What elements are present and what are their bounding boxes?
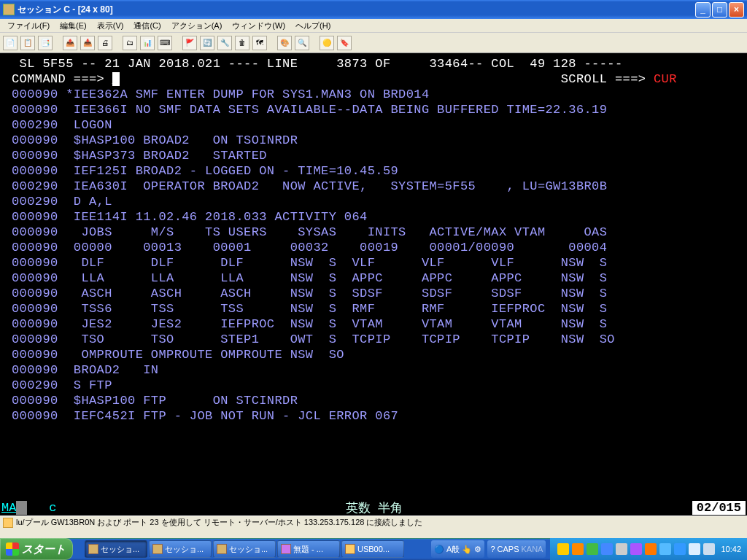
- maximize-button[interactable]: □: [712, 2, 727, 18]
- osia-ma: MA: [1, 501, 16, 515]
- osia-left: MA c: [0, 501, 56, 515]
- application-window: セッション C - [24 x 80] _ □ × ファイル(F) 編集(E) …: [0, 0, 747, 538]
- toolbar-button-9[interactable]: 🚩: [182, 36, 197, 50]
- taskbar-button-icon: [281, 544, 291, 554]
- ime-hand-icon[interactable]: 👆: [462, 545, 472, 554]
- connection-icon: [3, 518, 13, 528]
- toolbar: 📄📋📑📤📥🖨🗂📊⌨🚩🔄🔧🗑🗺🎨🔍🟡🔖: [0, 33, 747, 53]
- taskbar-button-1[interactable]: セッショ...: [149, 540, 212, 558]
- toolbar-button-8[interactable]: ⌨: [158, 36, 172, 50]
- taskbar-button-label: 無題 - ...: [293, 544, 323, 555]
- app-icon: [3, 4, 15, 15]
- windows-flag-icon: [6, 542, 19, 556]
- menu-edit[interactable]: 編集(E): [55, 19, 91, 33]
- window-bottom-strip: [0, 529, 747, 538]
- toolbar-button-1[interactable]: 📋: [20, 36, 35, 50]
- toolbar-button-10[interactable]: 🔄: [200, 36, 214, 50]
- toolbar-button-11[interactable]: 🔧: [217, 36, 232, 50]
- windows-taskbar: スタート セッショ...セッショ...セッショ...無題 - ...USB00.…: [0, 538, 747, 560]
- system-tray: 10:42: [550, 538, 747, 560]
- toolbar-button-13[interactable]: 🗺: [252, 36, 267, 50]
- toolbar-button-15[interactable]: 🔍: [295, 36, 309, 50]
- start-label: スタート: [22, 542, 66, 556]
- taskbar-button-icon: [345, 544, 355, 554]
- tray-icon-8[interactable]: [674, 543, 686, 555]
- window-title: セッション C - [24 x 80]: [18, 4, 695, 16]
- menu-action[interactable]: アクション(A): [167, 19, 227, 33]
- connection-statusbar: lu/プール GW13BR0N および ポート 23 を使用して リモート・サー…: [0, 516, 747, 529]
- toolbar-button-5[interactable]: 🖨: [98, 36, 112, 50]
- menu-view[interactable]: 表示(V): [93, 19, 128, 33]
- tray-icon-4[interactable]: [616, 543, 627, 555]
- connection-text: lu/プール GW13BR0N および ポート 23 を使用して リモート・サー…: [16, 517, 422, 528]
- toolbar-button-12[interactable]: 🗑: [235, 36, 249, 50]
- taskbar-button-icon: [88, 544, 98, 554]
- tray-icon-7[interactable]: [659, 543, 671, 555]
- taskbar-buttons: セッショ...セッショ...セッショ...無題 - ...USB00...: [85, 540, 404, 558]
- tray-icon-3[interactable]: [601, 543, 613, 555]
- ime-mode[interactable]: A般: [446, 544, 460, 555]
- ime-caps[interactable]: CAPS: [498, 545, 519, 553]
- close-button[interactable]: ×: [729, 2, 744, 18]
- titlebar[interactable]: セッション C - [24 x 80] _ □ ×: [0, 0, 747, 19]
- ime-help-icon[interactable]: ?: [490, 545, 495, 553]
- osia-c: c: [49, 501, 56, 515]
- taskbar-button-icon: [217, 544, 227, 554]
- tray-clock[interactable]: 10:42: [721, 545, 741, 553]
- menu-comm[interactable]: 通信(C): [129, 19, 165, 33]
- menubar: ファイル(F) 編集(E) 表示(V) 通信(C) アクション(A) ウィンドウ…: [0, 19, 747, 33]
- taskbar-button-label: セッショ...: [101, 544, 139, 555]
- taskbar-button-icon: [152, 544, 163, 554]
- taskbar-button-label: セッショ...: [165, 544, 204, 555]
- terminal-3270[interactable]: SL 5F55 -- 21 JAN 2018.021 ---- LINE 387…: [0, 53, 747, 499]
- taskbar-button-label: セッショ...: [229, 544, 268, 555]
- menu-help[interactable]: ヘルプ(H): [291, 19, 335, 33]
- toolbar-button-0[interactable]: 📄: [3, 36, 18, 50]
- start-button[interactable]: スタート: [0, 538, 73, 560]
- toolbar-button-2[interactable]: 📑: [38, 36, 53, 50]
- osia-center: 英数 半角: [56, 499, 692, 516]
- osia-cursor-pos: 02/015: [692, 501, 746, 515]
- tray-icon-0[interactable]: [557, 543, 569, 555]
- toolbar-button-4[interactable]: 📥: [80, 36, 95, 50]
- taskbar-button-2[interactable]: セッショ...: [213, 540, 276, 558]
- toolbar-button-17[interactable]: 🔖: [337, 36, 352, 50]
- ime-language-bar[interactable]: 🔵A般👆⚙ ?CAPSKANA: [431, 540, 546, 558]
- toolbar-button-16[interactable]: 🟡: [320, 36, 334, 50]
- ime-tool-icon[interactable]: ⚙: [474, 545, 481, 554]
- tray-icon-6[interactable]: [645, 543, 657, 555]
- toolbar-button-3[interactable]: 📤: [63, 36, 77, 50]
- toolbar-button-6[interactable]: 🗂: [123, 36, 137, 50]
- ime-globe-icon[interactable]: 🔵: [434, 545, 444, 554]
- window-controls: _ □ ×: [695, 2, 744, 18]
- tray-icon-1[interactable]: [572, 543, 584, 555]
- tray-icon-2[interactable]: [587, 543, 598, 555]
- menu-file[interactable]: ファイル(F): [3, 19, 54, 33]
- taskbar-button-3[interactable]: 無題 - ...: [277, 540, 340, 558]
- taskbar-button-4[interactable]: USB00...: [341, 540, 404, 558]
- toolbar-button-7[interactable]: 📊: [140, 36, 155, 50]
- taskbar-button-label: USB00...: [357, 545, 390, 553]
- tray-icon-5[interactable]: [630, 543, 642, 555]
- taskbar-button-0[interactable]: セッショ...: [85, 540, 147, 558]
- minimize-button[interactable]: _: [695, 2, 711, 18]
- tray-icon-10[interactable]: [703, 543, 715, 555]
- ime-kana[interactable]: KANA: [522, 545, 543, 553]
- operator-status-row: MA c 英数 半角 02/015: [0, 499, 747, 516]
- menu-window[interactable]: ウィンドウ(W): [228, 19, 290, 33]
- tray-icon-9[interactable]: [689, 543, 700, 555]
- osia-mark: [16, 501, 26, 515]
- toolbar-button-14[interactable]: 🎨: [277, 36, 292, 50]
